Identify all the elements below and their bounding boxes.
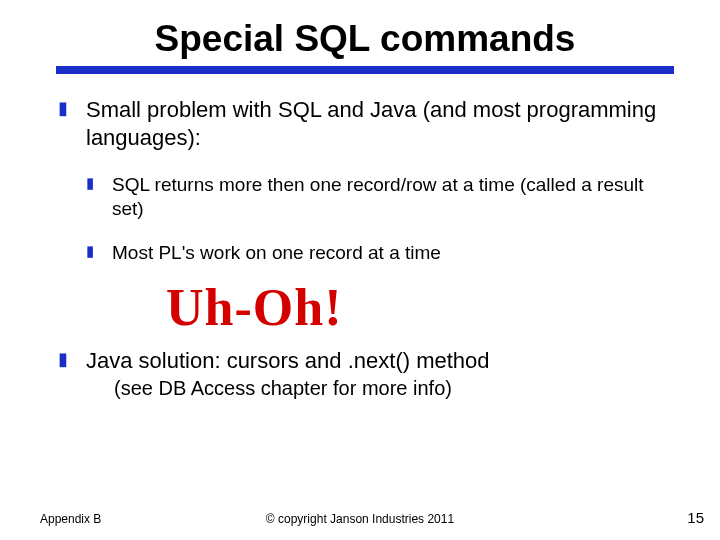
slide: Special SQL commands Small problem with … (0, 0, 720, 540)
footer-page-number: 15 (687, 509, 704, 526)
bullet-solution-note: (see DB Access chapter for more info) (114, 377, 674, 400)
footer-copyright: © copyright Janson Industries 2011 (0, 512, 720, 526)
bullet-solution: Java solution: cursors and .next() metho… (56, 347, 674, 375)
bullet-problem: Small problem with SQL and Java (and mos… (56, 96, 674, 151)
title-underline (56, 66, 674, 74)
slide-title: Special SQL commands (56, 18, 674, 60)
subbullet-pl-onerecord: Most PL's work on one record at a time (56, 241, 674, 265)
subbullet-resultset: SQL returns more then one record/row at … (56, 173, 674, 221)
exclamation-uhoh: Uh-Oh! (166, 278, 674, 337)
